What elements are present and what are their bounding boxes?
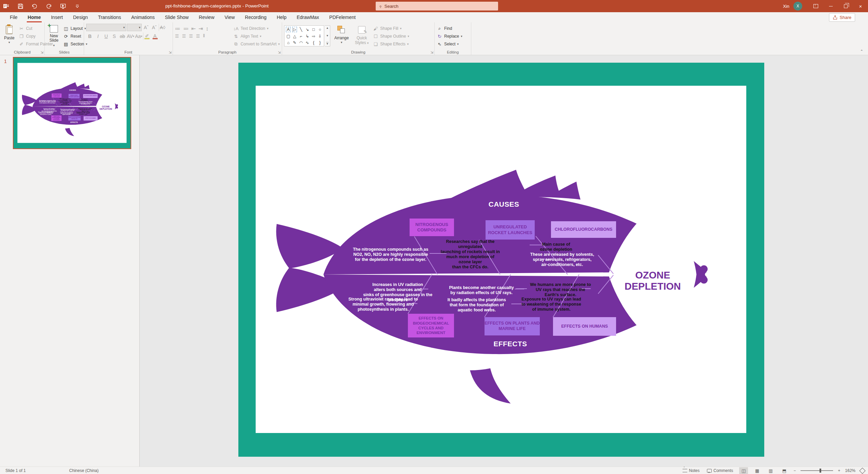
convert-smartart-button[interactable]: ⧉Convert to SmartArt▾ [233, 41, 280, 47]
note-released-by[interactable]: These are released by solvents, spray ae… [528, 252, 596, 267]
zoom-slider-thumb[interactable] [820, 469, 821, 473]
character-spacing-button[interactable]: AV▾ [127, 33, 134, 40]
slideshow-view-button[interactable]: ⬒ [780, 467, 789, 474]
line-spacing-button[interactable]: ↕ [206, 26, 209, 32]
clear-formatting-button[interactable]: A◊ [159, 24, 166, 31]
note-humans-prone[interactable]: We humans are more prone to UV rays that… [78, 108, 93, 111]
save-icon[interactable] [17, 3, 24, 9]
font-name-dropdown[interactable]: ▾ [86, 24, 126, 31]
shapes-gallery[interactable]: A ▷ ╲ ↘ □ ○ ▢ △ ⌐ ↳ ⇨ ⇩ ⌂ ✎ ◠ ∿ { [284, 25, 324, 46]
align-right-button[interactable]: ☰ [189, 34, 193, 39]
slide-sorter-view-button[interactable]: ▦ [753, 467, 762, 474]
shape-placeholder-icon[interactable]: ▷ [292, 27, 297, 32]
paragraph-dialog-launcher-icon[interactable]: ⇲ [278, 50, 281, 54]
slide-canvas[interactable]: CAUSES EFFECTS OZONE DEPLETION NITROGENO… [14, 58, 131, 148]
note-immune-system[interactable]: Exposure to UV rays can lead to weakenin… [517, 297, 585, 312]
notes-toggle[interactable]: Notes [681, 467, 701, 474]
gallery-up-icon[interactable]: ▲ [326, 26, 329, 29]
tab-view[interactable]: View [219, 12, 240, 22]
shape-oval-icon[interactable]: ○ [319, 27, 321, 32]
note-ultraviolet-rays[interactable]: Strong ultraviolet rays may lead to mini… [344, 297, 422, 312]
align-center-button[interactable]: ☰ [182, 34, 186, 39]
shape-down-arrow-icon[interactable]: ⇩ [318, 34, 322, 39]
tab-home[interactable]: Home [23, 12, 46, 22]
zoom-out-button[interactable]: − [793, 468, 796, 473]
align-left-button[interactable]: ☰ [175, 34, 179, 39]
effect-box-plants-marine-life[interactable]: EFFECTS ON PLANTS AND MARINE LIFE [485, 317, 540, 335]
note-immune-system[interactable]: Exposure to UV rays can lead to weakenin… [76, 111, 91, 115]
note-rockets[interactable]: Researches say that the unregulated laun… [58, 98, 73, 105]
shape-right-brace-icon[interactable]: } [319, 40, 321, 45]
undo-icon[interactable] [31, 3, 38, 9]
minimize-button[interactable] [823, 0, 838, 12]
clipboard-dialog-launcher-icon[interactable]: ⇲ [41, 50, 43, 54]
find-button[interactable]: ⌕Find [437, 25, 462, 32]
shape-left-brace-icon[interactable]: { [313, 40, 314, 45]
tab-slide-show[interactable]: Slide Show [160, 12, 194, 22]
note-main-cause[interactable]: Main cause of ozone depletion [79, 99, 90, 101]
strikethrough-button[interactable]: ab [119, 33, 126, 40]
tab-file[interactable]: File [5, 12, 23, 22]
effect-box-biogeochemical[interactable]: EFFECTS ON BIOGEOCHEMICAL CYCLES AND ENV… [51, 116, 61, 121]
increase-indent-button[interactable]: ⇥ [198, 25, 203, 32]
share-button[interactable]: Share [829, 13, 855, 22]
zoom-in-button[interactable]: + [838, 468, 840, 473]
note-humans-prone[interactable]: We humans are more prone to UV rays that… [527, 282, 594, 297]
shape-elbow-icon[interactable]: ⌐ [300, 34, 302, 39]
tab-pdfelement[interactable]: PDFelement [324, 12, 361, 22]
cause-box-chlorofluorocarbons[interactable]: CHLOROFLUOROCARBONS [551, 221, 616, 238]
italic-button[interactable]: I [94, 33, 102, 40]
shape-rounded-rect-icon[interactable]: ▢ [287, 34, 290, 39]
note-rockets[interactable]: Researches say that the unregulated laun… [436, 239, 504, 270]
note-ultraviolet-rays[interactable]: Strong ultraviolet rays may lead to mini… [37, 111, 54, 115]
new-slide-button[interactable]: New Slide ▾ [47, 24, 61, 49]
close-button[interactable]: × [853, 0, 868, 12]
tab-edrawmax[interactable]: EdrawMax [292, 12, 324, 22]
shape-elbow-arrow-icon[interactable]: ↳ [305, 34, 309, 39]
collapse-ribbon-icon[interactable]: ⌃ [860, 49, 863, 54]
select-button[interactable]: ⇖Select▾ [437, 41, 462, 47]
tab-transitions[interactable]: Transitions [93, 12, 126, 22]
effects-title[interactable]: EFFECTS [490, 340, 531, 348]
effect-box-biogeochemical[interactable]: EFFECTS ON BIOGEOCHEMICAL CYCLES AND ENV… [408, 314, 454, 337]
shape-triangle-icon[interactable]: △ [293, 34, 296, 39]
shape-outline-button[interactable]: ☐Shape Outline▾ [373, 33, 409, 40]
note-released-by[interactable]: These are released by solvents, spray ae… [78, 101, 93, 105]
bullets-button[interactable]: ≔ [175, 25, 180, 32]
reset-button[interactable]: ⟳Reset [63, 33, 87, 40]
note-planktons[interactable]: It badly affects the planktons that form… [445, 297, 509, 313]
shape-right-arrow-icon[interactable]: ⇨ [312, 34, 315, 39]
note-main-cause[interactable]: Main cause of ozone depletion [531, 242, 581, 252]
note-plants-casualty[interactable]: Plants become another casualty by radiat… [446, 285, 517, 295]
text-shadow-button[interactable]: S [111, 33, 118, 40]
layout-button[interactable]: ◫Layout▾ [63, 25, 87, 32]
note-planktons[interactable]: It badly affects the planktons that form… [59, 112, 74, 115]
columns-button[interactable]: ⫴ [203, 33, 205, 39]
avatar[interactable]: X [793, 2, 802, 11]
slide-canvas[interactable]: CAUSES EFFECTS OZONE DEPLETION NITROGENO… [238, 63, 764, 457]
note-plants-casualty[interactable]: Plants become another casualty by radiat… [60, 109, 76, 111]
start-slideshow-icon[interactable] [60, 3, 66, 9]
note-nitrogenous[interactable]: The nitrogenous compounds such as NO2, N… [352, 247, 430, 262]
ribbon-display-options-button[interactable] [808, 0, 823, 12]
user-name[interactable]: Xin [783, 4, 789, 9]
redo-icon[interactable] [45, 3, 52, 9]
comments-toggle[interactable]: Comments [706, 467, 734, 474]
tab-animations[interactable]: Animations [126, 12, 160, 22]
text-direction-button[interactable]: ↕AText Direction▾ [233, 25, 280, 32]
restore-button[interactable] [838, 0, 853, 12]
cause-box-rocket-launches[interactable]: UNREGULATED ROCKET LAUNCHES [486, 220, 535, 240]
decrease-indent-button[interactable]: ⇤ [191, 25, 196, 32]
ozone-depletion-title[interactable]: OZONE DEPLETION [97, 105, 114, 110]
font-color-button[interactable]: A [151, 33, 159, 40]
gallery-more-icon[interactable]: ▼ [326, 42, 329, 45]
effect-box-plants-marine-life[interactable]: EFFECTS ON PLANTS AND MARINE LIFE [68, 116, 81, 120]
cause-box-nitrogenous-compounds[interactable]: NITROGENOUS COMPOUNDS [52, 94, 61, 98]
drawing-dialog-launcher-icon[interactable]: ⇲ [431, 50, 433, 54]
grow-font-button[interactable]: Aˆ [142, 24, 150, 31]
shape-freeform-icon[interactable]: ⌂ [287, 40, 290, 45]
shape-line-icon[interactable]: ╲ [300, 27, 302, 32]
bold-button[interactable]: B [86, 33, 94, 40]
font-size-dropdown[interactable]: ▾ [127, 24, 142, 31]
underline-button[interactable]: U [102, 33, 110, 40]
